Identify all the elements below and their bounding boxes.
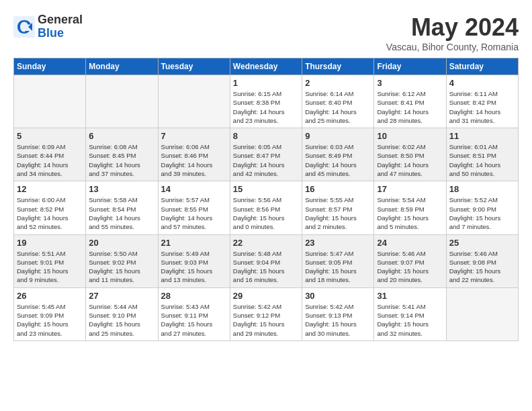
day-info: Sunrise: 5:42 AM Sunset: 9:13 PM Dayligh… (305, 302, 371, 338)
day-info: Sunrise: 5:44 AM Sunset: 9:10 PM Dayligh… (89, 302, 154, 338)
day-number: 3 (377, 78, 443, 88)
calendar-day-cell: 20Sunrise: 5:50 AM Sunset: 9:02 PM Dayli… (86, 234, 158, 287)
day-number: 26 (17, 291, 83, 301)
calendar-day-cell: 28Sunrise: 5:43 AM Sunset: 9:11 PM Dayli… (158, 287, 230, 340)
day-info: Sunrise: 6:01 AM Sunset: 8:51 PM Dayligh… (449, 142, 515, 178)
weekday-header-monday: Monday (86, 58, 158, 75)
calendar-day-cell: 16Sunrise: 5:55 AM Sunset: 8:57 PM Dayli… (302, 181, 374, 234)
day-info: Sunrise: 6:02 AM Sunset: 8:50 PM Dayligh… (377, 142, 443, 178)
calendar-week-row: 5Sunrise: 6:09 AM Sunset: 8:44 PM Daylig… (14, 128, 519, 181)
day-number: 23 (305, 238, 371, 248)
day-info: Sunrise: 6:12 AM Sunset: 8:41 PM Dayligh… (377, 89, 443, 125)
day-info: Sunrise: 5:49 AM Sunset: 9:03 PM Dayligh… (161, 249, 227, 285)
day-info: Sunrise: 5:43 AM Sunset: 9:11 PM Dayligh… (161, 302, 227, 338)
day-number: 8 (233, 131, 299, 141)
day-info: Sunrise: 5:55 AM Sunset: 8:57 PM Dayligh… (305, 195, 371, 231)
day-info: Sunrise: 5:54 AM Sunset: 8:59 PM Dayligh… (377, 195, 443, 231)
month-title: May 2024 (386, 13, 519, 42)
calendar-day-cell: 17Sunrise: 5:54 AM Sunset: 8:59 PM Dayli… (374, 181, 446, 234)
day-info: Sunrise: 5:48 AM Sunset: 9:04 PM Dayligh… (233, 249, 299, 285)
calendar-day-cell: 15Sunrise: 5:56 AM Sunset: 8:56 PM Dayli… (230, 181, 302, 234)
calendar-day-cell: 18Sunrise: 5:52 AM Sunset: 9:00 PM Dayli… (446, 181, 518, 234)
weekday-header-tuesday: Tuesday (158, 58, 230, 75)
calendar-table: SundayMondayTuesdayWednesdayThursdayFrid… (13, 58, 519, 341)
day-number: 22 (233, 238, 299, 248)
calendar-day-cell: 11Sunrise: 6:01 AM Sunset: 8:51 PM Dayli… (446, 128, 518, 181)
day-number: 21 (161, 238, 227, 248)
calendar-day-cell: 3Sunrise: 6:12 AM Sunset: 8:41 PM Daylig… (374, 75, 446, 128)
day-number: 30 (305, 291, 371, 301)
calendar-day-cell: 4Sunrise: 6:11 AM Sunset: 8:42 PM Daylig… (446, 75, 518, 128)
calendar-day-cell: 9Sunrise: 6:03 AM Sunset: 8:49 PM Daylig… (302, 128, 374, 181)
day-number: 11 (449, 131, 515, 141)
calendar-day-cell: 2Sunrise: 6:14 AM Sunset: 8:40 PM Daylig… (302, 75, 374, 128)
day-info: Sunrise: 6:03 AM Sunset: 8:49 PM Dayligh… (305, 142, 371, 178)
day-info: Sunrise: 6:06 AM Sunset: 8:46 PM Dayligh… (161, 142, 227, 178)
calendar-day-cell: 12Sunrise: 6:00 AM Sunset: 8:52 PM Dayli… (14, 181, 86, 234)
weekday-header-sunday: Sunday (14, 58, 86, 75)
day-number: 15 (233, 184, 299, 194)
day-info: Sunrise: 6:15 AM Sunset: 8:38 PM Dayligh… (233, 89, 299, 125)
calendar-day-cell: 31Sunrise: 5:41 AM Sunset: 9:14 PM Dayli… (374, 287, 446, 340)
calendar-day-cell: 13Sunrise: 5:58 AM Sunset: 8:54 PM Dayli… (86, 181, 158, 234)
logo-icon (13, 16, 35, 38)
calendar-day-cell: 21Sunrise: 5:49 AM Sunset: 9:03 PM Dayli… (158, 234, 230, 287)
day-number: 4 (449, 78, 515, 88)
calendar-day-cell: 7Sunrise: 6:06 AM Sunset: 8:46 PM Daylig… (158, 128, 230, 181)
calendar-week-row: 1Sunrise: 6:15 AM Sunset: 8:38 PM Daylig… (14, 75, 519, 128)
day-info: Sunrise: 5:51 AM Sunset: 9:01 PM Dayligh… (17, 249, 83, 285)
calendar-week-row: 12Sunrise: 6:00 AM Sunset: 8:52 PM Dayli… (14, 181, 519, 234)
calendar-day-cell: 22Sunrise: 5:48 AM Sunset: 9:04 PM Dayli… (230, 234, 302, 287)
weekday-header-wednesday: Wednesday (230, 58, 302, 75)
day-number: 29 (233, 291, 299, 301)
day-info: Sunrise: 6:09 AM Sunset: 8:44 PM Dayligh… (17, 142, 83, 178)
calendar-day-cell (158, 75, 230, 128)
calendar-day-cell: 27Sunrise: 5:44 AM Sunset: 9:10 PM Dayli… (86, 287, 158, 340)
calendar-week-row: 19Sunrise: 5:51 AM Sunset: 9:01 PM Dayli… (14, 234, 519, 287)
day-number: 16 (305, 184, 371, 194)
calendar-day-cell: 19Sunrise: 5:51 AM Sunset: 9:01 PM Dayli… (14, 234, 86, 287)
day-info: Sunrise: 5:58 AM Sunset: 8:54 PM Dayligh… (89, 195, 154, 231)
weekday-header-thursday: Thursday (302, 58, 374, 75)
weekday-header-row: SundayMondayTuesdayWednesdayThursdayFrid… (14, 58, 519, 75)
day-number: 31 (377, 291, 443, 301)
calendar-day-cell: 6Sunrise: 6:08 AM Sunset: 8:45 PM Daylig… (86, 128, 158, 181)
title-block: May 2024 Vascau, Bihor County, Romania (386, 13, 519, 52)
weekday-header-friday: Friday (374, 58, 446, 75)
day-number: 1 (233, 78, 299, 88)
location-subtitle: Vascau, Bihor County, Romania (386, 42, 519, 52)
day-info: Sunrise: 5:50 AM Sunset: 9:02 PM Dayligh… (89, 249, 154, 285)
day-info: Sunrise: 6:08 AM Sunset: 8:45 PM Dayligh… (89, 142, 154, 178)
day-number: 10 (377, 131, 443, 141)
calendar-day-cell: 24Sunrise: 5:46 AM Sunset: 9:07 PM Dayli… (374, 234, 446, 287)
day-number: 24 (377, 238, 443, 248)
day-info: Sunrise: 5:57 AM Sunset: 8:55 PM Dayligh… (161, 195, 227, 231)
day-number: 5 (17, 131, 83, 141)
day-number: 12 (17, 184, 83, 194)
day-info: Sunrise: 5:42 AM Sunset: 9:12 PM Dayligh… (233, 302, 299, 338)
day-number: 14 (161, 184, 227, 194)
calendar-day-cell: 23Sunrise: 5:47 AM Sunset: 9:05 PM Dayli… (302, 234, 374, 287)
calendar-day-cell: 26Sunrise: 5:45 AM Sunset: 9:09 PM Dayli… (14, 287, 86, 340)
day-info: Sunrise: 5:56 AM Sunset: 8:56 PM Dayligh… (233, 195, 299, 231)
calendar-day-cell: 8Sunrise: 6:05 AM Sunset: 8:47 PM Daylig… (230, 128, 302, 181)
day-info: Sunrise: 5:46 AM Sunset: 9:07 PM Dayligh… (377, 249, 443, 285)
day-info: Sunrise: 5:45 AM Sunset: 9:09 PM Dayligh… (17, 302, 83, 338)
calendar-day-cell: 29Sunrise: 5:42 AM Sunset: 9:12 PM Dayli… (230, 287, 302, 340)
calendar-day-cell: 30Sunrise: 5:42 AM Sunset: 9:13 PM Dayli… (302, 287, 374, 340)
day-number: 28 (161, 291, 227, 301)
day-info: Sunrise: 6:11 AM Sunset: 8:42 PM Dayligh… (449, 89, 515, 125)
day-info: Sunrise: 5:46 AM Sunset: 9:08 PM Dayligh… (449, 249, 515, 285)
day-number: 7 (161, 131, 227, 141)
logo-text: General Blue (38, 13, 83, 40)
logo: General Blue (13, 13, 83, 40)
day-number: 19 (17, 238, 83, 248)
day-info: Sunrise: 5:47 AM Sunset: 9:05 PM Dayligh… (305, 249, 371, 285)
calendar-day-cell (446, 287, 518, 340)
logo-blue: Blue (38, 27, 83, 40)
day-number: 9 (305, 131, 371, 141)
day-number: 27 (89, 291, 154, 301)
weekday-header-saturday: Saturday (446, 58, 518, 75)
calendar-day-cell: 5Sunrise: 6:09 AM Sunset: 8:44 PM Daylig… (14, 128, 86, 181)
day-number: 17 (377, 184, 443, 194)
